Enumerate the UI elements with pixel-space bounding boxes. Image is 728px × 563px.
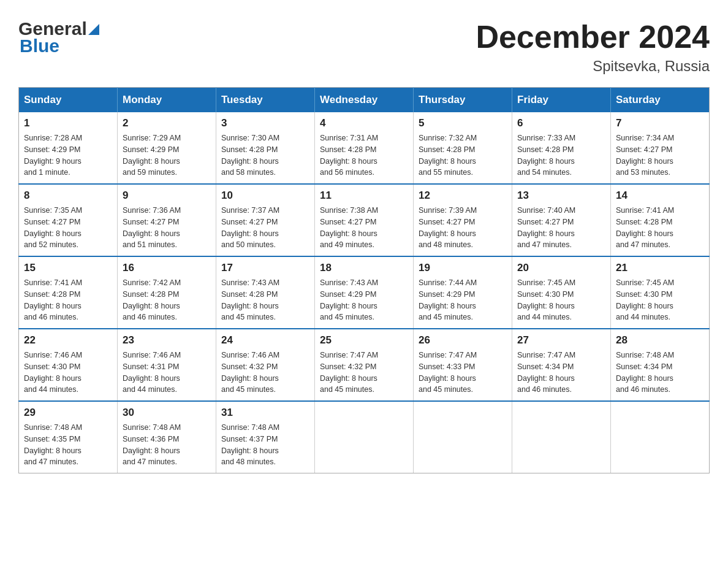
calendar-cell: 14Sunrise: 7:41 AMSunset: 4:28 PMDayligh… bbox=[611, 184, 710, 256]
day-info: Sunrise: 7:44 AMSunset: 4:29 PMDaylight:… bbox=[419, 277, 507, 323]
day-info: Sunrise: 7:45 AMSunset: 4:30 PMDaylight:… bbox=[616, 277, 704, 323]
day-number: 17 bbox=[221, 262, 309, 274]
day-number: 8 bbox=[24, 190, 112, 202]
calendar-table: SundayMondayTuesdayWednesdayThursdayFrid… bbox=[18, 87, 710, 473]
calendar-cell: 9Sunrise: 7:36 AMSunset: 4:27 PMDaylight… bbox=[118, 184, 216, 256]
day-number: 16 bbox=[123, 262, 211, 274]
calendar-cell: 11Sunrise: 7:38 AMSunset: 4:27 PMDayligh… bbox=[315, 184, 414, 256]
day-number: 7 bbox=[616, 117, 704, 129]
calendar-week-row: 8Sunrise: 7:35 AMSunset: 4:27 PMDaylight… bbox=[19, 184, 710, 256]
day-number: 5 bbox=[419, 117, 507, 129]
day-info: Sunrise: 7:41 AMSunset: 4:28 PMDaylight:… bbox=[24, 277, 112, 323]
day-info: Sunrise: 7:47 AMSunset: 4:33 PMDaylight:… bbox=[419, 350, 507, 396]
day-info: Sunrise: 7:40 AMSunset: 4:27 PMDaylight:… bbox=[517, 205, 605, 251]
calendar-cell: 19Sunrise: 7:44 AMSunset: 4:29 PMDayligh… bbox=[414, 256, 512, 329]
day-info: Sunrise: 7:48 AMSunset: 4:34 PMDaylight:… bbox=[616, 350, 704, 396]
day-number: 23 bbox=[123, 334, 211, 347]
calendar-cell: 12Sunrise: 7:39 AMSunset: 4:27 PMDayligh… bbox=[414, 184, 512, 256]
day-info: Sunrise: 7:48 AMSunset: 4:35 PMDaylight:… bbox=[24, 422, 112, 468]
weekday-header-tuesday: Tuesday bbox=[216, 88, 315, 113]
calendar-cell: 20Sunrise: 7:45 AMSunset: 4:30 PMDayligh… bbox=[512, 256, 611, 329]
calendar-cell: 4Sunrise: 7:31 AMSunset: 4:28 PMDaylight… bbox=[315, 112, 414, 184]
page-header: General Blue December 2024 Spitsevka, Ru… bbox=[18, 18, 710, 75]
day-info: Sunrise: 7:48 AMSunset: 4:37 PMDaylight:… bbox=[221, 422, 309, 468]
weekday-header-sunday: Sunday bbox=[19, 88, 118, 113]
day-number: 15 bbox=[24, 262, 112, 274]
day-number: 29 bbox=[24, 407, 112, 419]
logo-blue-text: Blue bbox=[20, 36, 59, 56]
day-number: 18 bbox=[320, 262, 408, 274]
day-info: Sunrise: 7:48 AMSunset: 4:36 PMDaylight:… bbox=[123, 422, 211, 468]
calendar-cell: 26Sunrise: 7:47 AMSunset: 4:33 PMDayligh… bbox=[414, 329, 512, 401]
calendar-cell: 27Sunrise: 7:47 AMSunset: 4:34 PMDayligh… bbox=[512, 329, 611, 401]
day-info: Sunrise: 7:38 AMSunset: 4:27 PMDaylight:… bbox=[320, 205, 408, 251]
calendar-cell: 22Sunrise: 7:46 AMSunset: 4:30 PMDayligh… bbox=[19, 329, 118, 401]
day-info: Sunrise: 7:39 AMSunset: 4:27 PMDaylight:… bbox=[419, 205, 507, 251]
calendar-cell: 18Sunrise: 7:43 AMSunset: 4:29 PMDayligh… bbox=[315, 256, 414, 329]
day-info: Sunrise: 7:41 AMSunset: 4:28 PMDaylight:… bbox=[616, 205, 704, 251]
weekday-header-saturday: Saturday bbox=[611, 88, 710, 113]
day-info: Sunrise: 7:35 AMSunset: 4:27 PMDaylight:… bbox=[24, 205, 112, 251]
day-number: 10 bbox=[221, 190, 309, 202]
day-number: 26 bbox=[419, 334, 507, 347]
day-info: Sunrise: 7:43 AMSunset: 4:28 PMDaylight:… bbox=[221, 277, 309, 323]
calendar-week-row: 1Sunrise: 7:28 AMSunset: 4:29 PMDaylight… bbox=[19, 112, 710, 184]
day-info: Sunrise: 7:47 AMSunset: 4:32 PMDaylight:… bbox=[320, 350, 408, 396]
svg-marker-0 bbox=[88, 24, 99, 35]
weekday-header-friday: Friday bbox=[512, 88, 611, 113]
day-info: Sunrise: 7:42 AMSunset: 4:28 PMDaylight:… bbox=[123, 277, 211, 323]
calendar-header-row: SundayMondayTuesdayWednesdayThursdayFrid… bbox=[19, 88, 710, 113]
day-number: 20 bbox=[517, 262, 605, 274]
calendar-cell bbox=[512, 401, 611, 473]
calendar-cell: 5Sunrise: 7:32 AMSunset: 4:28 PMDaylight… bbox=[414, 112, 512, 184]
day-info: Sunrise: 7:46 AMSunset: 4:32 PMDaylight:… bbox=[221, 350, 309, 396]
logo: General Blue bbox=[18, 18, 99, 56]
day-number: 11 bbox=[320, 190, 408, 202]
calendar-cell: 13Sunrise: 7:40 AMSunset: 4:27 PMDayligh… bbox=[512, 184, 611, 256]
day-number: 25 bbox=[320, 334, 408, 347]
day-number: 1 bbox=[24, 117, 112, 129]
calendar-cell: 10Sunrise: 7:37 AMSunset: 4:27 PMDayligh… bbox=[216, 184, 315, 256]
calendar-cell: 29Sunrise: 7:48 AMSunset: 4:35 PMDayligh… bbox=[19, 401, 118, 473]
day-number: 31 bbox=[221, 407, 309, 419]
day-number: 4 bbox=[320, 117, 408, 129]
day-number: 12 bbox=[419, 190, 507, 202]
weekday-header-monday: Monday bbox=[118, 88, 216, 113]
day-info: Sunrise: 7:31 AMSunset: 4:28 PMDaylight:… bbox=[320, 132, 408, 178]
day-info: Sunrise: 7:47 AMSunset: 4:34 PMDaylight:… bbox=[517, 350, 605, 396]
day-info: Sunrise: 7:30 AMSunset: 4:28 PMDaylight:… bbox=[221, 132, 309, 178]
day-number: 3 bbox=[221, 117, 309, 129]
calendar-week-row: 15Sunrise: 7:41 AMSunset: 4:28 PMDayligh… bbox=[19, 256, 710, 329]
calendar-cell: 16Sunrise: 7:42 AMSunset: 4:28 PMDayligh… bbox=[118, 256, 216, 329]
calendar-cell: 23Sunrise: 7:46 AMSunset: 4:31 PMDayligh… bbox=[118, 329, 216, 401]
calendar-cell bbox=[414, 401, 512, 473]
day-number: 9 bbox=[123, 190, 211, 202]
day-info: Sunrise: 7:36 AMSunset: 4:27 PMDaylight:… bbox=[123, 205, 211, 251]
calendar-cell: 1Sunrise: 7:28 AMSunset: 4:29 PMDaylight… bbox=[19, 112, 118, 184]
calendar-cell: 2Sunrise: 7:29 AMSunset: 4:29 PMDaylight… bbox=[118, 112, 216, 184]
weekday-header-thursday: Thursday bbox=[414, 88, 512, 113]
day-info: Sunrise: 7:46 AMSunset: 4:30 PMDaylight:… bbox=[24, 350, 112, 396]
calendar-cell bbox=[315, 401, 414, 473]
day-number: 28 bbox=[616, 334, 704, 347]
calendar-cell: 17Sunrise: 7:43 AMSunset: 4:28 PMDayligh… bbox=[216, 256, 315, 329]
day-number: 14 bbox=[616, 190, 704, 202]
day-number: 21 bbox=[616, 262, 704, 274]
calendar-cell: 3Sunrise: 7:30 AMSunset: 4:28 PMDaylight… bbox=[216, 112, 315, 184]
day-number: 27 bbox=[517, 334, 605, 347]
day-number: 2 bbox=[123, 117, 211, 129]
day-info: Sunrise: 7:43 AMSunset: 4:29 PMDaylight:… bbox=[320, 277, 408, 323]
day-info: Sunrise: 7:34 AMSunset: 4:27 PMDaylight:… bbox=[616, 132, 704, 178]
calendar-cell: 8Sunrise: 7:35 AMSunset: 4:27 PMDaylight… bbox=[19, 184, 118, 256]
day-number: 22 bbox=[24, 334, 112, 347]
calendar-week-row: 22Sunrise: 7:46 AMSunset: 4:30 PMDayligh… bbox=[19, 329, 710, 401]
day-info: Sunrise: 7:29 AMSunset: 4:29 PMDaylight:… bbox=[123, 132, 211, 178]
day-number: 13 bbox=[517, 190, 605, 202]
calendar-week-row: 29Sunrise: 7:48 AMSunset: 4:35 PMDayligh… bbox=[19, 401, 710, 473]
day-info: Sunrise: 7:37 AMSunset: 4:27 PMDaylight:… bbox=[221, 205, 309, 251]
day-info: Sunrise: 7:28 AMSunset: 4:29 PMDaylight:… bbox=[24, 132, 112, 178]
calendar-cell: 31Sunrise: 7:48 AMSunset: 4:37 PMDayligh… bbox=[216, 401, 315, 473]
calendar-cell: 28Sunrise: 7:48 AMSunset: 4:34 PMDayligh… bbox=[611, 329, 710, 401]
calendar-cell: 21Sunrise: 7:45 AMSunset: 4:30 PMDayligh… bbox=[611, 256, 710, 329]
day-info: Sunrise: 7:32 AMSunset: 4:28 PMDaylight:… bbox=[419, 132, 507, 178]
